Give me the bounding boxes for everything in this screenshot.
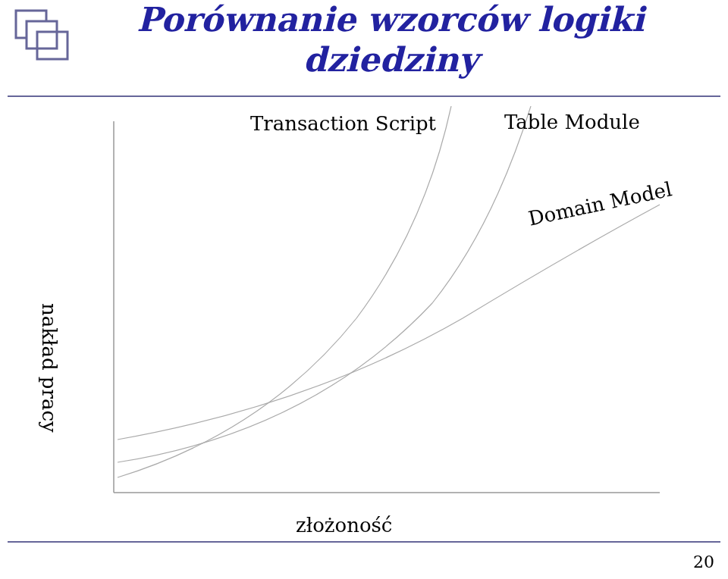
x-axis-label: złożoność — [296, 514, 392, 537]
series-label-transaction-script: Transaction Script — [250, 112, 436, 135]
divider-bottom — [8, 541, 720, 543]
series-label-table-module: Table Module — [504, 111, 640, 133]
logo-icon — [11, 6, 72, 68]
page-number: 20 — [693, 552, 714, 571]
svg-rect-1 — [27, 21, 57, 49]
divider-top — [8, 95, 720, 97]
slide-title: Porównanie wzorców logiki dziedziny — [76, 0, 705, 80]
chart — [83, 106, 675, 508]
y-axis-label: nakład pracy — [38, 303, 61, 433]
title-line1: Porównanie wzorców logiki — [136, 0, 645, 39]
title-line2: dziedziny — [76, 40, 705, 80]
